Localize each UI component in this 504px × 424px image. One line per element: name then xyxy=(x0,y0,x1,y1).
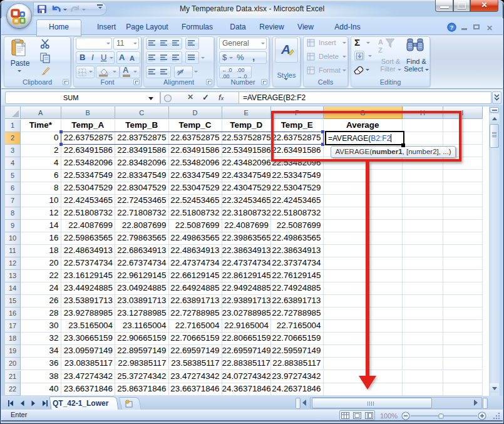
svg-text:Z: Z xyxy=(378,46,383,54)
svg-text:?: ? xyxy=(450,24,454,31)
svg-text:A: A xyxy=(378,38,383,46)
svg-text:ab: ab xyxy=(177,69,183,75)
